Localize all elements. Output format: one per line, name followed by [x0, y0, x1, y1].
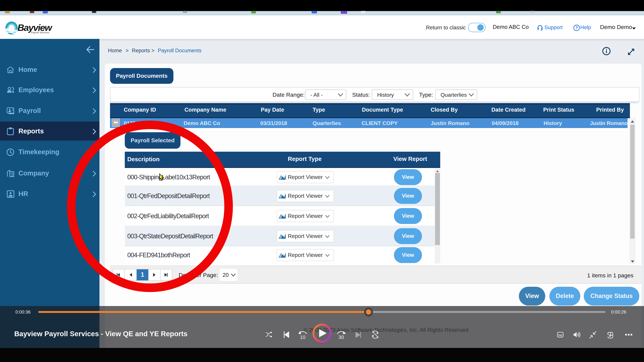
svg-text:30: 30	[338, 335, 344, 340]
svg-text:10: 10	[300, 335, 306, 340]
